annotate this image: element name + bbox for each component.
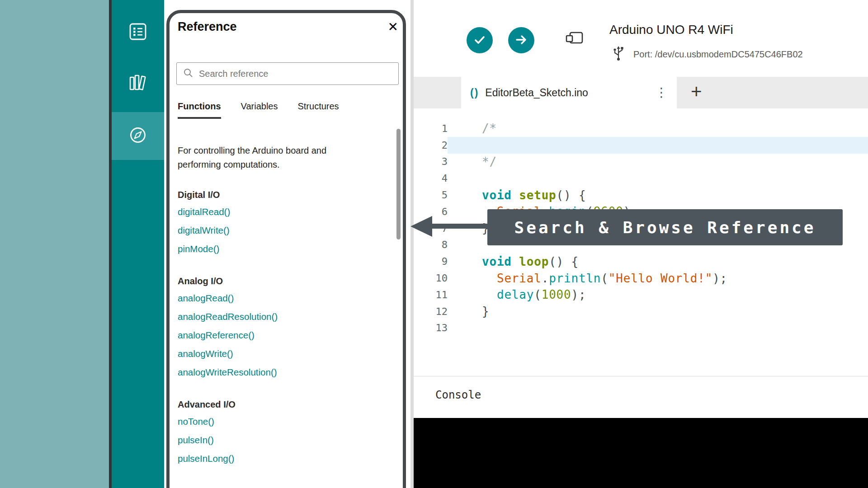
sidebar-item-reference[interactable]	[112, 112, 164, 160]
verify-button[interactable]	[467, 27, 493, 53]
code-line-content: /*	[448, 120, 868, 137]
sidebar-item-sketchbook[interactable]	[112, 9, 164, 56]
reference-link[interactable]: pinMode()	[178, 239, 219, 258]
reference-link[interactable]: analogReadResolution()	[178, 307, 278, 326]
arduino-cloud-editor: Reference ✕ FunctionsVariablesStructures…	[0, 0, 868, 488]
reference-tab-variables[interactable]: Variables	[241, 101, 278, 119]
reference-link[interactable]: analogRead()	[178, 289, 234, 307]
code-line-content: delay(1000);	[448, 286, 868, 303]
line-number: 9	[414, 256, 448, 267]
line-number: 7	[414, 223, 448, 234]
code-line-content: }	[448, 220, 868, 237]
board-name[interactable]: Arduino UNO R4 WiFi	[609, 23, 733, 37]
upload-button[interactable]	[508, 27, 534, 53]
arrow-right-icon	[514, 33, 528, 48]
search-reference-input[interactable]	[198, 68, 392, 80]
line-number: 13	[414, 322, 448, 333]
code-line-content: */	[448, 154, 868, 170]
reference-description: For controlling the Arduino board and pe…	[178, 144, 372, 172]
reference-panel-title: Reference	[178, 20, 237, 34]
code-line-content: Serial.println("Hello World!");	[448, 270, 868, 286]
reference-search-box[interactable]	[176, 62, 399, 85]
code-line[interactable]: 1/*	[414, 120, 868, 137]
console-output	[414, 418, 868, 488]
reference-tab-structures[interactable]: Structures	[297, 101, 339, 119]
code-line-content: void setup() {	[448, 187, 868, 203]
books-icon	[127, 73, 148, 94]
code-line[interactable]: 8	[414, 237, 868, 253]
desktop-background	[0, 0, 109, 488]
line-number: 12	[414, 306, 448, 317]
code-line-content	[448, 237, 868, 253]
code-line-content	[448, 137, 868, 154]
code-line[interactable]: 6 Serial.begin(9600);	[414, 203, 868, 220]
panel-divider	[410, 0, 414, 488]
usb-icon	[612, 45, 625, 63]
reference-link[interactable]: pulseInLong()	[178, 449, 234, 468]
reference-section-heading: Digital I/O	[178, 190, 380, 200]
new-tab-button[interactable]: +	[689, 80, 704, 103]
console-divider	[414, 376, 868, 376]
editor-tabbar: () EditorBeta_Sketch.ino ⋮ +	[414, 77, 868, 108]
editor-area: Arduino UNO R4 WiFi Port: /dev/cu.usbmod…	[414, 0, 868, 488]
ino-file-icon: ()	[470, 87, 479, 99]
reference-section-heading: Advanced I/O	[178, 399, 380, 410]
line-number: 6	[414, 206, 448, 217]
search-icon	[183, 68, 193, 80]
code-line-content: void loop() {	[448, 253, 868, 270]
code-line-content: }	[448, 303, 868, 320]
console-label: Console	[435, 389, 481, 401]
reference-panel-header: Reference ✕	[178, 20, 398, 34]
code-line[interactable]: 5void setup() {	[414, 187, 868, 203]
code-line-content	[448, 320, 868, 337]
reference-link[interactable]: digitalRead()	[178, 202, 230, 221]
code-lines: 1/*23*/45void setup() {6 Serial.begin(96…	[414, 120, 868, 336]
line-number: 3	[414, 156, 448, 167]
tab-sketch-ino[interactable]: () EditorBeta_Sketch.ino ⋮	[461, 77, 677, 108]
code-line[interactable]: 4	[414, 170, 868, 187]
reference-link[interactable]: analogWriteResolution()	[178, 363, 277, 381]
tab-menu-icon[interactable]: ⋮	[655, 86, 668, 99]
line-number: 2	[414, 140, 448, 151]
code-editor[interactable]: 1/*23*/45void setup() {6 Serial.begin(96…	[414, 108, 868, 376]
reference-link[interactable]: analogWrite()	[178, 344, 233, 363]
line-number: 10	[414, 272, 448, 284]
code-line[interactable]: 13	[414, 320, 868, 337]
reference-panel: Reference ✕ FunctionsVariablesStructures…	[164, 0, 410, 488]
reference-sections: For controlling the Arduino board and pe…	[178, 144, 380, 468]
line-number: 11	[414, 289, 448, 300]
scrollbar-thumb[interactable]	[396, 129, 401, 239]
code-line[interactable]: 10 Serial.println("Hello World!");	[414, 270, 868, 286]
code-line[interactable]: 2	[414, 137, 868, 154]
reference-link[interactable]: digitalWrite()	[178, 221, 230, 239]
code-line-content	[448, 170, 868, 187]
check-icon	[472, 33, 487, 48]
code-line-content: Serial.begin(9600);	[448, 203, 868, 220]
close-reference-button[interactable]: ✕	[388, 21, 398, 33]
code-line[interactable]: 9void loop() {	[414, 253, 868, 270]
board-selector-icon[interactable]	[564, 29, 585, 50]
tab-filename: EditorBeta_Sketch.ino	[485, 87, 588, 99]
sketch-list-icon	[128, 22, 147, 43]
compass-icon	[128, 125, 148, 147]
reference-link[interactable]: noTone()	[178, 412, 214, 431]
reference-link[interactable]: pulseIn()	[178, 431, 214, 449]
reference-link[interactable]: analogReference()	[178, 326, 255, 344]
sidebar-item-libraries[interactable]	[112, 60, 164, 108]
activity-sidebar	[112, 0, 164, 488]
reference-tab-functions[interactable]: Functions	[178, 101, 221, 119]
line-number: 4	[414, 173, 448, 184]
code-line[interactable]: 3*/	[414, 154, 868, 170]
code-line[interactable]: 11 delay(1000);	[414, 286, 868, 303]
reference-section-heading: Analog I/O	[178, 276, 380, 286]
line-number: 8	[414, 239, 448, 250]
code-line[interactable]: 7}	[414, 220, 868, 237]
code-line[interactable]: 12}	[414, 303, 868, 320]
line-number: 5	[414, 189, 448, 201]
port-label: Port: /dev/cu.usbmodemDC5475C46FB02	[633, 49, 803, 60]
reference-tabs: FunctionsVariablesStructures	[178, 101, 339, 119]
line-number: 1	[414, 123, 448, 134]
